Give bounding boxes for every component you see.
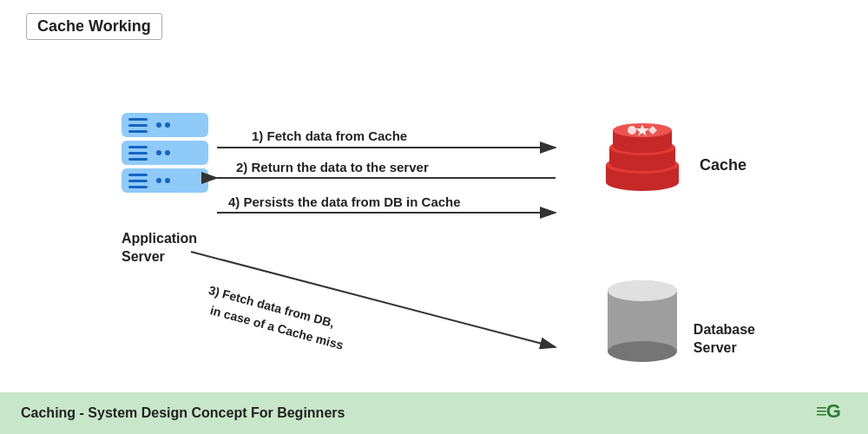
footer-bar: Caching - System Design Concept For Begi… bbox=[0, 392, 868, 434]
app-server-label: ApplicationServer bbox=[122, 230, 217, 266]
svg-point-14 bbox=[608, 341, 677, 362]
footer-logo: ≡G bbox=[816, 398, 847, 428]
svg-text:in case of a Cache miss: in case of a Cache miss bbox=[209, 303, 345, 352]
svg-text:1) Fetch data from Cache: 1) Fetch data from Cache bbox=[252, 128, 407, 143]
db-server-label: DatabaseServer bbox=[694, 321, 755, 358]
svg-text:3) Fetch data from DB,: 3) Fetch data from DB, bbox=[207, 283, 336, 330]
cache-icon bbox=[603, 117, 681, 195]
diagram-area: ApplicationServer Cache DatabaseServer bbox=[0, 69, 868, 391]
svg-line-25 bbox=[191, 252, 556, 347]
svg-point-10 bbox=[628, 126, 636, 135]
page-title: Cache Working bbox=[26, 13, 162, 40]
cache-label: Cache bbox=[700, 156, 746, 174]
footer-text: Caching - System Design Concept For Begi… bbox=[21, 405, 345, 421]
svg-text:2) Return the data to the serv: 2) Return the data to the server bbox=[236, 160, 429, 174]
app-server-icon bbox=[122, 113, 208, 193]
svg-point-15 bbox=[608, 280, 677, 301]
svg-text:4) Persists the data from DB i: 4) Persists the data from DB in Cache bbox=[228, 194, 461, 209]
db-icon bbox=[603, 273, 681, 369]
svg-text:≡G: ≡G bbox=[816, 400, 840, 422]
